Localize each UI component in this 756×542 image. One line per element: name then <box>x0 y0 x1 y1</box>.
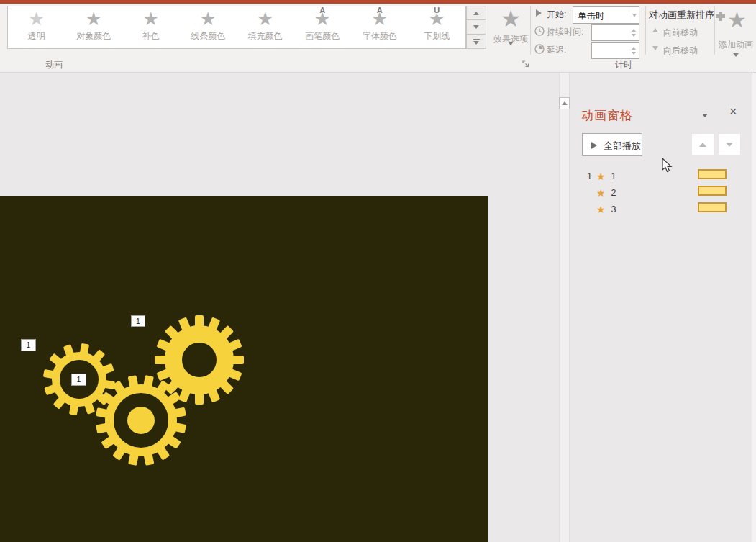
animation-list-item[interactable]: ★ 3 <box>587 201 702 217</box>
duration-input[interactable] <box>593 26 627 40</box>
chevron-down-icon <box>726 143 733 147</box>
animation-order-badge[interactable]: 1 <box>21 339 36 351</box>
spin-down-icon[interactable] <box>632 34 636 37</box>
move-later-button[interactable]: 向后移动 <box>663 45 698 57</box>
chevron-up-icon <box>473 12 479 15</box>
pane-move-up-button[interactable] <box>691 133 714 155</box>
delay-clock-icon <box>534 44 545 54</box>
duration-clock-icon <box>534 26 545 36</box>
gallery-item-label: 透明 <box>8 30 65 42</box>
move-earlier-button[interactable]: 向前移动 <box>663 27 698 39</box>
chevron-down-icon <box>702 114 708 117</box>
ribbon: ★ 透明 ★ 对象颜色 ★ 补色 ★ 线条颜色 ★ 填充颜色 ★ A 画笔颜色 <box>0 4 756 73</box>
slide-vertical-scrollbar[interactable] <box>559 73 570 542</box>
star-icon: ★ <box>596 171 606 182</box>
star-icon: ★ <box>65 8 123 30</box>
gallery-scroll-up-button[interactable] <box>466 6 486 20</box>
gears-graphic <box>0 196 488 542</box>
star-icon: ★ <box>596 187 606 199</box>
ribbon-divider <box>645 6 646 55</box>
gallery-item-brush-color[interactable]: ★ A 画笔颜色 <box>294 6 352 48</box>
gallery-item-label: 补色 <box>122 30 180 42</box>
slide-canvas[interactable] <box>0 196 488 542</box>
animation-list-item[interactable]: 1 ★ 1 <box>587 168 702 184</box>
item-label: 1 <box>611 171 616 181</box>
move-later-icon <box>652 46 658 50</box>
chevron-up-icon <box>562 101 568 105</box>
start-value: 单击时 <box>578 10 605 22</box>
gallery-scrollbar <box>466 6 486 49</box>
close-icon[interactable]: × <box>729 104 737 119</box>
star-overlay-letter: A <box>377 6 383 14</box>
chevron-up-icon <box>699 143 706 147</box>
spin-up-icon[interactable] <box>632 47 636 50</box>
animation-order-badge[interactable]: 1 <box>71 374 86 386</box>
delay-label: 延迟: <box>547 44 566 56</box>
mouse-cursor <box>662 158 673 173</box>
gallery-item-complementary-color[interactable]: ★ 补色 <box>122 6 180 48</box>
reorder-animation-title: 对动画重新排序 <box>649 9 714 22</box>
chevron-down-icon <box>632 14 637 17</box>
spin-up-icon[interactable] <box>632 29 636 32</box>
pane-title: 动画窗格 <box>581 107 633 124</box>
add-animation-label: 添加动画 <box>716 39 756 51</box>
add-animation-button[interactable]: ★ 添加动画 <box>716 6 756 63</box>
gallery-scroll-down-button[interactable] <box>466 20 486 35</box>
chevron-down-icon <box>508 42 514 58</box>
play-all-label: 全部播放 <box>604 140 641 153</box>
spin-down-icon[interactable] <box>632 52 636 55</box>
gallery-item-label: 对象颜色 <box>65 30 123 42</box>
start-label: 开始: <box>547 9 566 21</box>
gallery-item-transparent[interactable]: ★ 透明 <box>8 6 65 48</box>
timeline-bar[interactable] <box>698 202 727 212</box>
star-icon: ★ <box>180 8 237 30</box>
effect-options-button[interactable]: ★ 效果选项 <box>491 6 530 58</box>
move-earlier-icon <box>652 28 658 32</box>
duration-label: 持续时间: <box>547 26 583 38</box>
star-icon: ★ <box>727 8 747 32</box>
group-label-timing: 计时 <box>615 59 632 71</box>
gallery-item-font-color[interactable]: ★ A 字体颜色 <box>351 6 409 48</box>
gallery-item-label: 线条颜色 <box>180 30 237 42</box>
chevron-down-icon <box>473 41 479 45</box>
gallery-item-line-color[interactable]: ★ 线条颜色 <box>180 6 237 48</box>
timeline-bar[interactable] <box>698 186 727 196</box>
star-icon: ★ <box>8 8 65 30</box>
group-label-animation: 动画 <box>45 59 63 71</box>
dialog-launcher-icon[interactable] <box>522 60 530 68</box>
animation-gallery: ★ 透明 ★ 对象颜色 ★ 补色 ★ 线条颜色 ★ 填充颜色 ★ A 画笔颜色 <box>7 6 466 49</box>
star-icon: ★ <box>491 6 530 32</box>
animation-pane: 动画窗格 × 全部播放 1 ★ 1 ★ 2 ★ 3 <box>570 73 752 542</box>
gallery-more-button[interactable] <box>466 35 486 49</box>
item-label: 2 <box>611 188 616 198</box>
item-order: 1 <box>587 171 596 181</box>
star-icon: ★ <box>122 8 180 30</box>
gallery-item-object-color[interactable]: ★ 对象颜色 <box>65 6 123 48</box>
more-icon <box>473 39 480 40</box>
start-play-icon <box>536 9 542 17</box>
play-all-button[interactable]: 全部播放 <box>582 133 642 156</box>
star-overlay-letter: U <box>434 6 440 14</box>
star-icon: ★ <box>237 8 294 30</box>
gallery-item-underline[interactable]: ★ U 下划线 <box>409 6 466 48</box>
scrollbar-up-button[interactable] <box>559 97 570 109</box>
gallery-item-fill-color[interactable]: ★ 填充颜色 <box>237 6 294 48</box>
chevron-down-icon <box>733 53 739 57</box>
animation-order-badge[interactable]: 1 <box>131 315 145 327</box>
delay-input[interactable] <box>593 44 627 58</box>
play-icon <box>591 142 597 149</box>
item-label: 3 <box>611 204 616 214</box>
gallery-item-label: 字体颜色 <box>351 30 409 42</box>
timeline-bar[interactable] <box>698 169 727 179</box>
pane-menu-button[interactable] <box>700 110 710 120</box>
animation-list-item[interactable]: ★ 2 <box>587 184 702 201</box>
combo-dropdown-button[interactable] <box>629 7 639 23</box>
gallery-item-label: 下划线 <box>409 30 466 42</box>
star-icon: ★ <box>596 204 606 215</box>
star-overlay-letter: A <box>319 6 325 14</box>
chevron-down-icon <box>473 25 479 29</box>
start-combobox[interactable]: 单击时 <box>573 6 639 24</box>
delay-spinbox <box>591 42 639 59</box>
gallery-item-label: 填充颜色 <box>237 30 294 42</box>
pane-move-down-button[interactable] <box>718 133 741 155</box>
